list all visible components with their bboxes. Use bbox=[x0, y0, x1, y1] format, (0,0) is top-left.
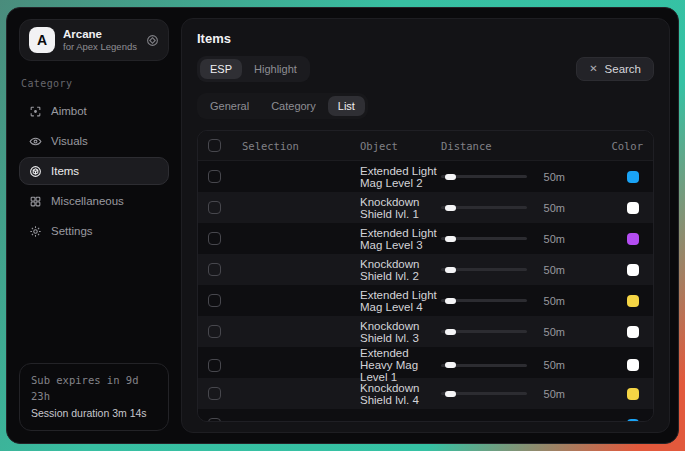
distance-slider[interactable] bbox=[441, 296, 527, 306]
row-checkbox[interactable] bbox=[208, 170, 221, 183]
sidebar-item-label: Aimbot bbox=[51, 105, 87, 117]
row-checkbox[interactable] bbox=[208, 294, 221, 307]
app-subtitle: for Apex Legends bbox=[63, 41, 138, 53]
tab-esp[interactable]: ESP bbox=[200, 59, 242, 79]
table-row: Knockdown Shield lvl. 2 50m bbox=[198, 254, 653, 285]
sidebar-item-miscellaneous[interactable]: Miscellaneous bbox=[19, 187, 169, 215]
eye-icon bbox=[29, 135, 42, 148]
row-checkbox[interactable] bbox=[208, 325, 221, 338]
color-swatch[interactable] bbox=[627, 171, 639, 183]
color-swatch[interactable] bbox=[627, 295, 639, 307]
row-checkbox[interactable] bbox=[208, 232, 221, 245]
color-swatch[interactable] bbox=[627, 419, 639, 423]
row-checkbox[interactable] bbox=[208, 263, 221, 276]
search-button[interactable]: ✕ Search bbox=[576, 57, 654, 81]
color-swatch[interactable] bbox=[627, 264, 639, 276]
page-title: Items bbox=[197, 31, 654, 46]
distance-slider-thumb[interactable] bbox=[445, 391, 456, 397]
object-name: Extended Heavy Mag Level 1 bbox=[360, 347, 441, 383]
distance-slider[interactable] bbox=[441, 172, 527, 182]
session-card: Sub expires in 9d 23h Session duration 3… bbox=[19, 363, 169, 431]
sidebar-item-settings[interactable]: Settings bbox=[19, 217, 169, 245]
row-checkbox[interactable] bbox=[208, 418, 221, 422]
color-swatch[interactable] bbox=[627, 388, 639, 400]
sidebar-item-visuals[interactable]: Visuals bbox=[19, 127, 169, 155]
table-row: Knockdown Shield lvl. 3 50m bbox=[198, 316, 653, 347]
pin-icon[interactable] bbox=[146, 34, 159, 47]
items-table: Selection Object Distance Color Extended… bbox=[197, 130, 654, 422]
distance-slider[interactable] bbox=[441, 327, 527, 337]
table-row: Knockdown Shield lvl. 1 50m bbox=[198, 192, 653, 223]
distance-value: 50m bbox=[537, 233, 565, 245]
object-name: Extended Light Mag Level 3 bbox=[360, 227, 441, 251]
table-row: Extended Heavy Mag Level 1 50m bbox=[198, 347, 653, 378]
sidebar-item-aimbot[interactable]: Aimbot bbox=[19, 97, 169, 125]
crosshair-icon bbox=[29, 105, 42, 118]
color-swatch[interactable] bbox=[627, 326, 639, 338]
session-duration-text: Session duration 3m 14s bbox=[31, 405, 157, 422]
distance-slider[interactable] bbox=[441, 265, 527, 275]
color-swatch[interactable] bbox=[627, 202, 639, 214]
object-name: Extended Light Mag Level 2 bbox=[360, 165, 441, 189]
object-name: Knockdown Shield lvl. 1 bbox=[360, 196, 441, 220]
distance-value: 50m bbox=[537, 295, 565, 307]
tab-general[interactable]: General bbox=[200, 96, 259, 116]
table-row: Knockdown Shield lvl. 4 50m bbox=[198, 378, 653, 409]
tab-highlight[interactable]: Highlight bbox=[244, 59, 307, 79]
brand-card: A Arcane for Apex Legends bbox=[19, 19, 169, 61]
tab-category[interactable]: Category bbox=[261, 96, 326, 116]
main-panel: Items ESP Highlight ✕ Search General Cat… bbox=[181, 18, 670, 433]
distance-value: 50m bbox=[537, 359, 565, 371]
distance-slider-thumb[interactable] bbox=[445, 236, 456, 242]
distance-slider-thumb[interactable] bbox=[445, 205, 456, 211]
table-header-row: Selection Object Distance Color bbox=[198, 131, 653, 161]
object-name: Knockdown Shield lvl. 3 bbox=[360, 320, 441, 344]
distance-slider[interactable] bbox=[441, 203, 527, 213]
distance-value: 50m bbox=[537, 326, 565, 338]
sub-expires-text: Sub expires in 9d 23h bbox=[31, 372, 157, 406]
distance-slider[interactable] bbox=[441, 360, 527, 370]
sidebar-item-label: Items bbox=[51, 165, 79, 177]
mode-tab-group: ESP Highlight bbox=[197, 56, 310, 82]
sidebar-item-label: Visuals bbox=[51, 135, 88, 147]
x-icon: ✕ bbox=[589, 64, 597, 74]
gear-icon bbox=[29, 225, 42, 238]
view-tabs-row: General Category List bbox=[197, 93, 654, 119]
distance-slider-thumb[interactable] bbox=[445, 298, 456, 304]
distance-slider-thumb[interactable] bbox=[445, 422, 456, 423]
distance-value: 50m bbox=[537, 171, 565, 183]
distance-slider-thumb[interactable] bbox=[445, 267, 456, 273]
table-body: Extended Light Mag Level 2 50m Knockdown… bbox=[198, 161, 653, 422]
distance-value: 50m bbox=[537, 264, 565, 276]
row-checkbox[interactable] bbox=[208, 201, 221, 214]
distance-slider[interactable] bbox=[441, 420, 527, 423]
distance-slider-thumb[interactable] bbox=[445, 174, 456, 180]
table-row: Extended Light Mag Level 2 50m bbox=[198, 161, 653, 192]
sidebar-nav: Aimbot Visuals Items bbox=[19, 97, 169, 245]
sidebar-item-label: Miscellaneous bbox=[51, 195, 124, 207]
app-window: A Arcane for Apex Legends Category Aimbo… bbox=[6, 7, 679, 444]
distance-value: 50m bbox=[537, 202, 565, 214]
table-row: Extended Light Mag Level 4 50m bbox=[198, 285, 653, 316]
object-name: Knockdown Shield lvl. 2 bbox=[360, 258, 441, 282]
distance-value: 50m bbox=[537, 419, 565, 423]
distance-slider[interactable] bbox=[441, 234, 527, 244]
sidebar-item-items[interactable]: Items bbox=[19, 157, 169, 185]
tab-list[interactable]: List bbox=[328, 96, 365, 116]
select-all-checkbox[interactable] bbox=[208, 139, 221, 152]
column-header-color: Color bbox=[593, 140, 645, 152]
view-tab-group: General Category List bbox=[197, 93, 368, 119]
sidebar-item-label: Settings bbox=[51, 225, 93, 237]
distance-slider-thumb[interactable] bbox=[445, 329, 456, 335]
row-checkbox[interactable] bbox=[208, 387, 221, 400]
app-title: Arcane bbox=[63, 27, 138, 41]
row-checkbox[interactable] bbox=[208, 359, 221, 372]
object-name: Knockdown Shield lvl. 4 bbox=[360, 382, 441, 406]
object-name: Backpack lvl. 1 bbox=[360, 419, 441, 423]
color-swatch[interactable] bbox=[627, 233, 639, 245]
distance-slider[interactable] bbox=[441, 389, 527, 399]
object-name: Extended Light Mag Level 4 bbox=[360, 289, 441, 313]
distance-slider-thumb[interactable] bbox=[445, 362, 456, 368]
color-swatch[interactable] bbox=[627, 359, 639, 371]
app-logo: A bbox=[29, 27, 55, 53]
